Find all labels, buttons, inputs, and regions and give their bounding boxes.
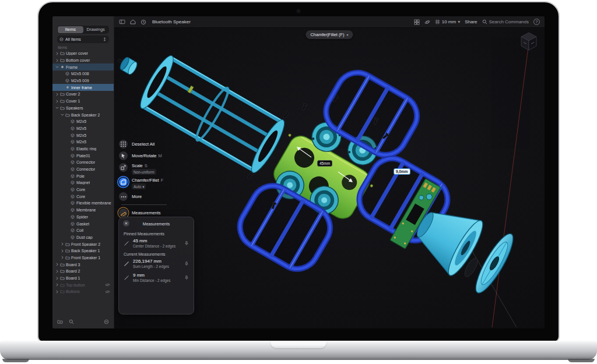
folder-icon <box>65 249 70 253</box>
filter-icon <box>59 37 64 41</box>
tree-item[interactable]: Core <box>52 186 114 193</box>
tool-scale[interactable]: ScaleSNon-uniform <box>119 163 184 175</box>
tree-item[interactable]: M2x5 009 <box>52 77 114 84</box>
pin-icon[interactable] <box>183 261 189 266</box>
tree-item-label: Magnet <box>76 181 90 185</box>
model-rear-knob[interactable] <box>115 54 139 76</box>
orbit-icon[interactable] <box>424 19 430 25</box>
chevron-right-icon[interactable] <box>60 256 65 259</box>
chevron-down-icon[interactable] <box>55 106 59 109</box>
tool-shortcut: F <box>161 178 164 183</box>
tree-item[interactable]: Core <box>52 193 114 200</box>
pin-icon[interactable] <box>183 241 189 246</box>
tree-item[interactable]: Top button <box>52 281 114 288</box>
tree-item[interactable]: Plate01 <box>52 152 114 159</box>
tree-item[interactable]: Flexible membrane <box>52 200 114 207</box>
tree-item-label: M2x5 008 <box>71 72 89 76</box>
new-folder-icon[interactable] <box>57 319 63 324</box>
chevron-right-icon[interactable] <box>55 263 59 266</box>
tree-item-label: Back Speaker 1 <box>71 249 100 253</box>
tree-item[interactable]: Buttons <box>52 288 114 295</box>
tool-label: ScaleSNon-uniform <box>132 163 156 175</box>
chevron-down-icon[interactable] <box>55 65 59 69</box>
isolate-icon[interactable] <box>104 319 109 324</box>
tree-item[interactable]: Inner frame <box>52 84 114 91</box>
chevron-right-icon[interactable] <box>55 100 59 103</box>
tree-item[interactable]: Spider <box>52 214 114 221</box>
tree-item[interactable]: Speakers <box>52 105 114 112</box>
tree-item[interactable]: Cover 2 <box>52 91 114 98</box>
tree-item[interactable]: M2x5 <box>52 118 114 125</box>
tab-items[interactable]: Items <box>58 26 83 33</box>
chevron-right-icon[interactable] <box>55 270 59 273</box>
view-cube[interactable] <box>518 30 540 52</box>
tool-measurements[interactable]: Measurements <box>119 208 184 217</box>
tree-item[interactable]: Magnet <box>52 179 114 186</box>
items-filter[interactable]: All Items <box>57 36 109 43</box>
tree-item[interactable]: M2x5 <box>52 125 114 132</box>
tool-deselect-all[interactable]: Deselect All <box>119 140 184 149</box>
tree-item-label: M2x5 <box>76 126 86 130</box>
search-commands[interactable]: Search Commands <box>482 19 529 24</box>
tool-more[interactable]: More <box>119 192 184 201</box>
tree-item-label: M2x5 <box>76 140 86 144</box>
tree-item[interactable]: Connector <box>52 159 114 166</box>
tree-item[interactable]: Bottom cover <box>52 57 114 64</box>
units-dropdown[interactable]: 10 mm ▾ <box>435 19 460 24</box>
tool-label: Measurements <box>132 208 161 215</box>
tree-item[interactable]: M2x5 <box>52 139 114 146</box>
appearance-icon[interactable] <box>414 19 420 25</box>
tree-item[interactable]: Cover 1 <box>52 98 114 105</box>
tree-item[interactable]: M2x5 008 <box>52 70 114 77</box>
tree-item-label: Back Speaker 2 <box>71 113 100 117</box>
chevron-down-icon[interactable] <box>60 113 65 116</box>
pin-icon[interactable] <box>183 275 189 280</box>
tree-item[interactable]: Board 2 <box>52 268 114 275</box>
tree-item[interactable]: Front Speaker 1 <box>52 255 114 261</box>
chevron-right-icon[interactable] <box>60 249 65 253</box>
chevron-right-icon[interactable] <box>55 52 59 55</box>
tree-item[interactable]: M2x5 <box>52 132 114 139</box>
eye-off-icon[interactable] <box>105 290 110 294</box>
tool-sub-option[interactable]: Auto ▾ <box>132 183 146 189</box>
eye-off-icon[interactable] <box>105 283 110 287</box>
tree-item[interactable]: Coil <box>52 227 114 234</box>
tree-item[interactable]: Upper cover <box>52 50 114 57</box>
sidebar: Items Drawings All Items Items Upper cov… <box>52 16 114 328</box>
filter-options-icon[interactable] <box>103 37 107 41</box>
tree-item-label: Speakers <box>66 106 83 110</box>
home-icon[interactable] <box>130 19 136 24</box>
tool-chamfer-fillet[interactable]: Chamfer/FilletFAuto ▾ <box>119 178 184 189</box>
sidebar-toggle-icon[interactable] <box>119 19 125 24</box>
tool-sub-option[interactable]: Non-uniform <box>132 169 156 175</box>
lid-scoop <box>271 341 326 348</box>
chevron-right-icon[interactable] <box>55 93 59 96</box>
tree-item[interactable]: Front Speaker 2 <box>52 241 114 248</box>
tree-item[interactable]: Board 1 <box>52 275 114 282</box>
share-button[interactable]: Share <box>465 19 477 24</box>
tree-item-label: Plate01 <box>76 154 90 158</box>
tree-item[interactable]: Gasket <box>52 220 114 227</box>
active-tool-chip[interactable]: Chamfer|Fillet (F) ▾ <box>305 30 353 39</box>
chevron-right-icon[interactable] <box>60 242 65 246</box>
chevron-right-icon[interactable] <box>55 290 59 294</box>
tree-item[interactable]: Dust cap <box>52 234 114 241</box>
3d-viewport[interactable]: Chamfer|Fillet (F) ▾ Deselect AllMove/Ro… <box>114 28 545 328</box>
chevron-right-icon[interactable] <box>55 59 59 62</box>
tree-item[interactable]: Pole <box>52 172 114 179</box>
chevron-right-icon[interactable] <box>55 283 59 287</box>
tree-item[interactable]: Frame <box>52 63 114 70</box>
chevron-right-icon[interactable] <box>55 277 59 280</box>
tool-move-rotate[interactable]: Move/RotateM <box>119 151 184 160</box>
tree-item[interactable]: Back Speaker 1 <box>52 248 114 255</box>
tree-item[interactable]: Connector <box>52 166 114 173</box>
tab-drawings[interactable]: Drawings <box>83 26 109 33</box>
search-tree-icon[interactable] <box>69 319 74 324</box>
tree-item[interactable]: Elastic ring <box>52 146 114 153</box>
close-icon[interactable]: ✕ <box>123 220 129 227</box>
tree-item[interactable]: Board 3 <box>52 261 114 268</box>
tree-item[interactable]: Membrane <box>52 207 114 214</box>
help-icon[interactable]: ? <box>533 19 540 25</box>
history-icon[interactable] <box>141 19 146 25</box>
tree-item[interactable]: Back Speaker 2 <box>52 111 114 118</box>
